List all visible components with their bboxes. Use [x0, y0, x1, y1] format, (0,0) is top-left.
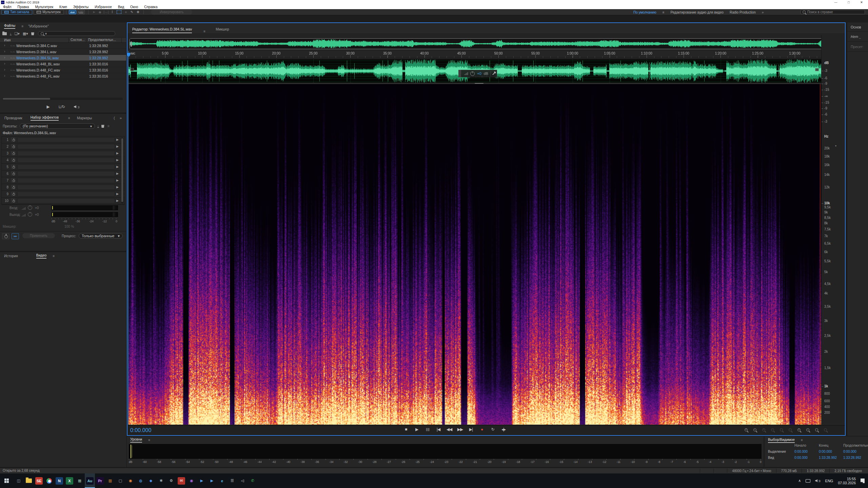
tab-selection-view[interactable]: Выбор/Видимое: [768, 438, 795, 443]
zoom-selection-right-button[interactable]: [789, 428, 792, 431]
clip-properties-icon[interactable]: [815, 68, 819, 71]
slot-arrow-icon[interactable]: ▶: [116, 145, 119, 148]
volume-icon[interactable]: )): [815, 479, 820, 482]
tab-markers[interactable]: Маркеры: [77, 116, 92, 120]
slot-arrow-icon[interactable]: ▶: [116, 138, 119, 141]
favorite-star-icon[interactable]: ★: [107, 124, 111, 128]
taskbar-firefox[interactable]: ◉: [125, 473, 136, 488]
zoom-in-selection-button[interactable]: [762, 428, 765, 431]
tab-history[interactable]: История: [4, 254, 18, 258]
minimize-button[interactable]: —: [829, 0, 842, 5]
clip-gain-icon[interactable]: [130, 68, 134, 71]
power-icon[interactable]: [11, 192, 15, 196]
zoom-in-time-button[interactable]: [745, 428, 748, 431]
workspace-3[interactable]: Radio Production: [730, 11, 756, 14]
slot-arrow-icon[interactable]: ▶: [116, 172, 119, 175]
panel-menu-icon[interactable]: ≡: [801, 438, 803, 442]
tab-effects-rack[interactable]: Набор эффектов: [31, 115, 59, 121]
slot-well[interactable]: [17, 171, 115, 176]
process-dropdown[interactable]: Только выбранные▾: [79, 233, 123, 239]
apply-button[interactable]: Применить: [22, 233, 55, 238]
expand-chevron-icon[interactable]: ›: [4, 49, 5, 53]
loop-button[interactable]: ↻: [490, 427, 496, 432]
invert-button[interactable]: Инвертировать: [151, 9, 192, 15]
slot-well[interactable]: [17, 191, 115, 197]
tab-levels[interactable]: Уровни: [130, 437, 142, 443]
essential-sound-value[interactable]: Нет _: [847, 32, 868, 42]
tray-chevron-icon[interactable]: ∧: [798, 479, 801, 483]
help-search-input[interactable]: Поиск в справке: [801, 10, 865, 14]
paintbrush-selection-tool-icon[interactable]: ✎: [129, 10, 135, 14]
preview-loop-button[interactable]: ⊔↻: [59, 104, 65, 109]
slip-tool-icon[interactable]: |↔|: [103, 10, 109, 14]
show-waveform-button[interactable]: [77, 10, 85, 14]
slot-well[interactable]: [17, 164, 115, 169]
effect-slot[interactable]: 3▶: [2, 150, 124, 157]
zoom-selection-left-button[interactable]: [780, 428, 783, 431]
menu-Окно[interactable]: Окно: [127, 5, 141, 9]
panel-menu-icon[interactable]: ≡: [68, 116, 70, 120]
panel-menu-icon[interactable]: ≡: [148, 438, 150, 442]
marquee-selection-tool-icon[interactable]: [117, 10, 121, 14]
expand-chevron-icon[interactable]: ›: [4, 43, 5, 47]
zoom-out-amplitude-button[interactable]: [806, 428, 809, 431]
menu-Избранное[interactable]: Избранное: [92, 5, 115, 9]
overview-left-handle[interactable]: [131, 41, 132, 47]
taskbar-excel[interactable]: X: [64, 473, 75, 488]
slot-well[interactable]: [17, 151, 115, 156]
file-row[interactable]: ›Werewolves.D.448_FC.wav1:33:30.016: [0, 67, 126, 73]
expand-chevron-icon[interactable]: ›: [4, 62, 5, 65]
taskbar-file-explorer[interactable]: [24, 473, 34, 488]
spectral-display[interactable]: [128, 84, 821, 425]
slot-well[interactable]: [17, 144, 115, 149]
menu-Клип[interactable]: Клип: [56, 5, 70, 9]
rewind-button[interactable]: ◀◀: [446, 427, 452, 432]
taskbar-app-play1[interactable]: ▶: [197, 473, 207, 488]
taskbar-defender[interactable]: ◆: [146, 473, 156, 488]
output-gain-knob[interactable]: [28, 212, 32, 217]
pause-button[interactable]: ▮▮: [425, 427, 431, 432]
menu-Вид[interactable]: Вид: [115, 5, 127, 9]
file-row[interactable]: ›Werewolves.D.448_BL.wav1:33:30.016: [0, 61, 126, 67]
workspace-menu-icon[interactable]: ≡: [663, 11, 665, 14]
panel-menu-icon[interactable]: ≡: [53, 254, 55, 258]
record-button[interactable]: ●: [479, 427, 485, 432]
tab-explorer[interactable]: Проводник: [4, 116, 22, 120]
clock[interactable]: 15:55 07.03.2026: [838, 477, 856, 485]
selview-value[interactable]: 1:33:28.992: [819, 456, 837, 460]
overview-waveform[interactable]: [130, 39, 841, 49]
workspace-2[interactable]: Редактирование аудио для видео: [670, 11, 724, 14]
reset-zoom-button[interactable]: [815, 428, 818, 431]
skip-selection-button[interactable]: ◂|▸: [500, 427, 507, 432]
network-icon[interactable]: [806, 479, 810, 483]
power-icon[interactable]: [11, 158, 15, 162]
skip-to-start-button[interactable]: |◀: [435, 427, 441, 432]
menu-Мультитрек[interactable]: Мультитрек: [32, 5, 56, 9]
time-display[interactable]: 0:00.000: [130, 427, 151, 433]
slot-well[interactable]: [17, 198, 115, 203]
tab-files[interactable]: Файлы: [4, 23, 15, 29]
rack-list-view-button[interactable]: ≔: [12, 233, 19, 239]
tab-mixer[interactable]: Микшер: [216, 27, 229, 33]
slot-arrow-icon[interactable]: ▶: [116, 158, 119, 162]
taskbar-premiere[interactable]: Pr: [95, 473, 105, 488]
trash-icon[interactable]: [31, 32, 34, 35]
menu-Файл[interactable]: Файл: [0, 5, 15, 9]
menu-Справка[interactable]: Справка: [141, 5, 160, 9]
taskbar-app-paw[interactable]: ✱: [156, 473, 166, 488]
stop-button[interactable]: ■: [403, 427, 409, 432]
move-tool-icon[interactable]: ➤: [91, 10, 97, 14]
zoom-in-amplitude-button[interactable]: [797, 428, 801, 431]
slot-well[interactable]: [17, 178, 115, 183]
time-selection-tool-icon[interactable]: I: [109, 10, 115, 14]
taskbar-app-grid[interactable]: ▦: [75, 473, 85, 488]
power-icon[interactable]: [11, 171, 15, 176]
auto-play-button[interactable]: )): [74, 105, 79, 108]
power-icon[interactable]: [11, 165, 15, 169]
presets-dropdown[interactable]: (По умолчанию)▾: [20, 123, 95, 129]
skip-to-end-button[interactable]: ▶|: [468, 427, 474, 432]
file-row[interactable]: ›Werewolves.D.384.C.wav1:33:28.992: [0, 43, 126, 49]
new-content-icon[interactable]: ❏▾: [15, 32, 20, 36]
taskbar-app-speaker[interactable]: ◁: [237, 473, 248, 488]
slot-well[interactable]: [17, 137, 115, 142]
